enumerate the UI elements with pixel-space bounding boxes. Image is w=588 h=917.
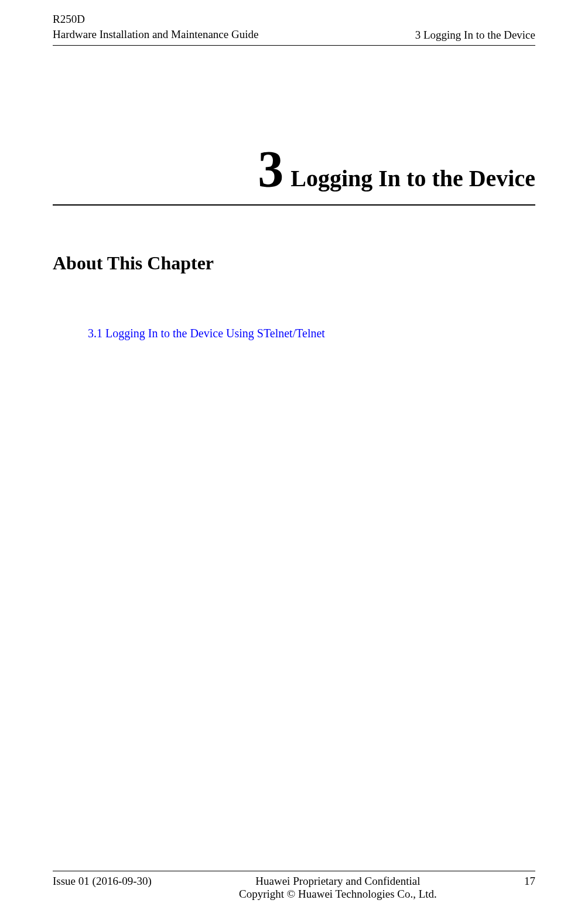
guide-name: Hardware Installation and Maintenance Gu… — [53, 27, 258, 42]
header-left: R250D Hardware Installation and Maintena… — [53, 12, 258, 42]
toc-entry: 3.1 Logging In to the Device Using STeln… — [53, 327, 535, 340]
product-name: R250D — [53, 12, 258, 27]
header-section: 3 Logging In to the Device — [415, 29, 535, 42]
header-right: 3 Logging In to the Device — [415, 29, 535, 42]
chapter-number: 3 — [258, 141, 283, 197]
page-header: R250D Hardware Installation and Maintena… — [53, 12, 535, 46]
about-this-chapter-heading: About This Chapter — [53, 252, 535, 274]
chapter-title-text: Logging In to the Device — [290, 165, 535, 191]
toc-link-3-1[interactable]: 3.1 Logging In to the Device Using STeln… — [88, 327, 325, 340]
footer-issue: Issue 01 (2016-09-30) — [53, 875, 152, 888]
footer-proprietary: Huawei Proprietary and Confidential — [152, 875, 524, 888]
chapter-title-block: 3Logging In to the Device — [53, 139, 535, 206]
footer-page-number: 17 — [524, 875, 535, 888]
footer-center: Huawei Proprietary and Confidential Copy… — [152, 875, 524, 901]
footer-copyright: Copyright © Huawei Technologies Co., Ltd… — [152, 888, 524, 901]
page-footer: Issue 01 (2016-09-30) Huawei Proprietary… — [53, 871, 535, 901]
